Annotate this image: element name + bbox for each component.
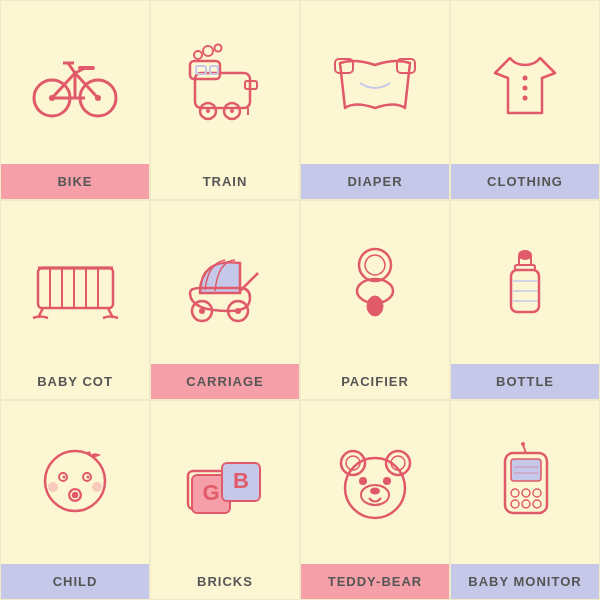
icon-area-bottle [451, 201, 599, 364]
svg-line-3 [75, 73, 98, 98]
svg-point-11 [95, 95, 101, 101]
bike-icon [30, 43, 120, 123]
svg-point-20 [194, 51, 202, 59]
svg-point-21 [203, 46, 213, 56]
svg-point-61 [68, 488, 82, 502]
label-baby-monitor: BABY MONITOR [451, 564, 599, 599]
svg-point-83 [521, 442, 525, 446]
label-child: CHILD [1, 564, 149, 599]
svg-point-22 [215, 44, 222, 51]
svg-point-19 [230, 109, 234, 113]
icon-area-baby-monitor [451, 401, 599, 564]
icon-area-baby-cot [1, 201, 149, 364]
train-icon [180, 43, 270, 123]
cell-diaper: DIAPER [300, 0, 450, 200]
icon-area-train [151, 1, 299, 164]
cell-baby-cot: BABY COT [0, 200, 150, 400]
baby-monitor-icon [493, 443, 558, 523]
svg-point-79 [370, 487, 380, 494]
svg-text:G: G [202, 480, 219, 505]
icon-area-teddy-bear [301, 401, 449, 564]
bottle-icon [495, 243, 555, 323]
icon-area-carriage [151, 201, 299, 364]
cell-train: TRAIN [150, 0, 300, 200]
pacifier-icon [335, 243, 415, 323]
svg-line-39 [240, 273, 258, 291]
svg-point-49 [518, 250, 532, 260]
svg-point-76 [359, 477, 367, 485]
svg-point-59 [63, 475, 66, 478]
label-bike: BIKE [1, 164, 149, 199]
label-baby-cot: BABY COT [1, 364, 149, 399]
svg-point-85 [522, 489, 530, 497]
label-teddy-bear: TEDDY-BEAR [301, 564, 449, 599]
label-bricks: BRICKS [151, 564, 299, 599]
svg-point-45 [365, 255, 385, 275]
svg-point-63 [48, 482, 58, 492]
icon-area-clothing [451, 1, 599, 164]
svg-point-60 [87, 475, 90, 478]
cell-bottle: BOTTLE [450, 200, 600, 400]
label-bottle: BOTTLE [451, 364, 599, 399]
svg-point-47 [367, 296, 383, 316]
icon-area-bike [1, 1, 149, 164]
cell-bike: BIKE [0, 0, 150, 200]
icon-area-child [1, 401, 149, 564]
icon-grid: BIKE [0, 0, 600, 600]
label-diaper: DIAPER [301, 164, 449, 199]
icon-area-pacifier [301, 201, 449, 364]
svg-point-64 [92, 482, 102, 492]
svg-point-88 [522, 500, 530, 508]
cell-teddy-bear: TEDDY-BEAR [300, 400, 450, 600]
svg-point-71 [341, 451, 365, 475]
svg-point-86 [533, 489, 541, 497]
svg-point-44 [359, 249, 391, 281]
svg-point-43 [235, 308, 241, 314]
cell-clothing: CLOTHING [450, 0, 600, 200]
cell-child: CHILD [0, 400, 150, 600]
teddy-bear-icon [333, 443, 418, 523]
svg-rect-81 [511, 459, 541, 481]
icon-area-bricks: A G B [151, 401, 299, 564]
svg-point-28 [523, 85, 528, 90]
svg-point-29 [523, 95, 528, 100]
svg-point-77 [383, 477, 391, 485]
baby-cot-icon [28, 243, 123, 323]
svg-point-42 [199, 308, 205, 314]
icon-area-diaper [301, 1, 449, 164]
cell-pacifier: PACIFIER [300, 200, 450, 400]
svg-line-2 [52, 73, 75, 98]
child-icon [35, 443, 115, 523]
label-pacifier: PACIFIER [301, 364, 449, 399]
cell-baby-monitor: BABY MONITOR [450, 400, 600, 600]
svg-point-27 [523, 75, 528, 80]
clothing-icon [480, 43, 570, 123]
svg-point-10 [49, 95, 55, 101]
label-train: TRAIN [151, 164, 299, 199]
svg-point-87 [511, 500, 519, 508]
svg-point-84 [511, 489, 519, 497]
cell-carriage: CARRIAGE [150, 200, 300, 400]
diaper-icon [330, 43, 420, 123]
svg-point-18 [206, 109, 210, 113]
label-clothing: CLOTHING [451, 164, 599, 199]
carriage-icon [180, 243, 270, 323]
svg-text:B: B [233, 468, 249, 493]
svg-point-89 [533, 500, 541, 508]
label-carriage: CARRIAGE [151, 364, 299, 399]
cell-bricks: A G B BRICKS [150, 400, 300, 600]
bricks-icon: A G B [180, 443, 270, 523]
